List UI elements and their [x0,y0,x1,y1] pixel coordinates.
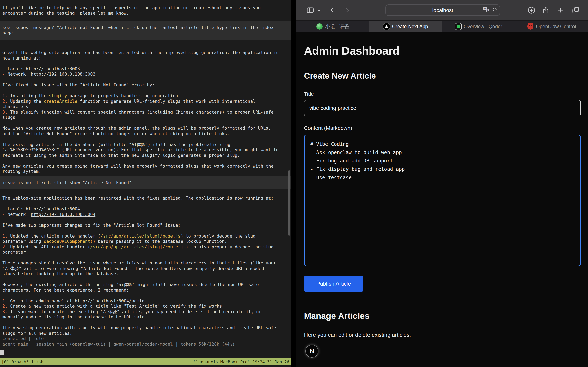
back-button[interactable] [329,7,335,14]
content-label: Content (Markdown) [304,125,352,131]
terminal-line: These changes should resolve the issue w… [0,260,291,266]
sidebar-menu-button[interactable] [317,8,321,12]
address-bar[interactable]: localhost A 文 [385,4,500,16]
terminal-line [0,158,291,164]
terminal-line: 3. The slugify function will convert spe… [0,109,291,115]
translate-icon: A 文 [483,8,490,14]
terminal-line: "ai%E4%BD%93%E9%AA%8C" (URL-encoded vers… [0,147,291,153]
terminal-line: page [0,30,291,36]
tmux-status-bar: [0] 0:bash* 1:zsh- "luohanxis-MacBook-Pr… [0,359,291,365]
manage-articles-description: Here you can edit or delete existing art… [304,332,411,338]
page-title: Admin Dashboard [304,44,399,57]
terminal-line: Any new articles you create going forwar… [0,164,291,169]
publish-button[interactable]: Publish Article [304,276,363,292]
new-tab-icon [557,7,564,14]
address-bar-url: localhost [432,7,453,13]
user-message: issue is not fixed, still show "Article … [0,176,291,190]
forward-button[interactable] [344,7,350,14]
split-screen: If you'd like me to help with any specif… [0,0,588,367]
terminal-line: The new slug generation with slugify wil… [0,325,291,331]
terminal-line [0,228,291,234]
tab-openclaw[interactable]: OpenClaw Control [515,21,588,33]
nextjs-favicon-icon [383,24,389,30]
tab-bar: 小记 · 语雀Create Next AppOverview - QoderOp… [296,20,588,33]
content-line: - use testcase [310,174,580,182]
sidebar-toggle-button[interactable] [306,7,314,14]
tab-overview-icon [572,6,580,14]
assistant-message: The weblog-site application has been res… [0,196,291,336]
terminal-line: Now when you create new articles through… [0,125,291,131]
create-article-heading: Create New Article [304,71,376,81]
terminal-line: Great! The weblog-site application has b… [0,50,291,55]
chevron-down-icon [317,8,321,12]
title-input[interactable] [304,100,581,116]
terminal-line [0,61,291,66]
terminal-line: - Local: http://localhost:3003 [0,66,291,72]
agent-session-status: agent main | session main (openclaw-tui)… [0,342,291,347]
terminal-line: - Network: http://192.168.0.108:3004 [0,212,291,217]
admin-page: Admin Dashboard Create New Article Title… [296,32,588,367]
agent-connection-status: connected | idle [0,336,291,342]
nextjs-logo-avatar: N [305,345,319,358]
content-line: # Vibe Coding [310,140,580,149]
tab-overview-button[interactable] [572,6,580,14]
content-line: - Fix bug and add DB support [310,157,580,165]
tab-label: Create Next App [392,24,428,29]
downloads-button[interactable] [527,6,536,14]
terminal-line [0,293,291,298]
terminal-line [0,277,291,282]
terminal-line: 1. Installing the slugify package to pro… [0,93,291,99]
terminal-link[interactable]: http://localhost:3004 [26,207,80,211]
terminal-line [0,201,291,207]
terminal-line: parameter. [0,250,291,255]
content-textarea[interactable]: # Vibe Coding- Ask openclaw to build web… [304,134,581,266]
terminal-line [0,136,291,142]
misspelled-word: openclaw [328,150,352,155]
tab-label: OpenClaw Control [536,24,576,29]
reload-button[interactable] [492,7,498,14]
terminal-link[interactable]: http://192.168.0.108:3004 [31,212,95,217]
terminal-line [0,217,291,223]
share-icon [542,6,550,14]
terminal-line: 1. Updated the article route handler (/s… [0,234,291,239]
terminal-line: now running at: [0,55,291,61]
terminal-line [0,320,291,325]
terminal-chat: If you'd like me to help with any specif… [0,0,291,336]
back-icon [329,7,335,14]
terminal-link[interactable]: http://192.168.0.108:3003 [31,72,95,77]
terminal-window: If you'd like me to help with any specif… [0,0,296,367]
share-button[interactable] [542,6,550,14]
svg-text:A: A [484,7,486,10]
forward-icon [344,7,350,14]
terminal-line: routing system. [0,169,291,174]
content-line: - Ask openclaw to build web app [310,149,580,157]
tab-nextjs[interactable]: Create Next App [369,21,442,33]
new-tab-button[interactable] [557,7,564,14]
assistant-message: If you'd like me to help with any specif… [0,5,291,16]
terminal-link[interactable]: http://localhost:3004/admin [75,299,144,303]
tab-label: Overview - Qoder [464,24,502,29]
terminal-line: 1. Go to the admin panel at http://local… [0,298,291,304]
openclaw-favicon-icon [527,24,534,30]
terminal-line: recreate it using the admin interface so… [0,153,291,158]
terminal-line: 2. Updated the API route handler (/src/a… [0,244,291,250]
terminal-scrollbar[interactable] [288,170,290,236]
user-message: see issues message? "Article not Found" … [0,21,291,40]
terminal-line: If you'd like me to help with any specif… [0,5,291,11]
terminal-line: slugs [0,115,291,120]
terminal-line: parameter using decodeURIComponent() bef… [0,239,291,244]
assistant-message: Great! The weblog-site application has b… [0,50,291,174]
safari-window: localhost A 文 [296,0,588,367]
reload-icon [492,8,498,14]
browser-toolbar: localhost A 文 [296,0,588,20]
terminal-line [0,120,291,126]
terminal-line: issue is not fixed, still show "Article … [0,180,291,185]
terminal-pane: If you'd like me to help with any specif… [0,0,291,367]
tab-qoder[interactable]: Overview - Qoder [442,21,515,33]
translate-button[interactable]: A 文 [483,7,490,14]
terminal-line: 3. If you want to update the existing "A… [0,309,291,315]
terminal-link[interactable]: http://localhost:3003 [26,67,80,71]
manage-articles-heading: Manage Articles [304,311,370,321]
terminal-line: I've fixed the issue with the "Article N… [0,82,291,88]
tab-yuque[interactable]: 小记 · 语雀 [296,21,369,33]
